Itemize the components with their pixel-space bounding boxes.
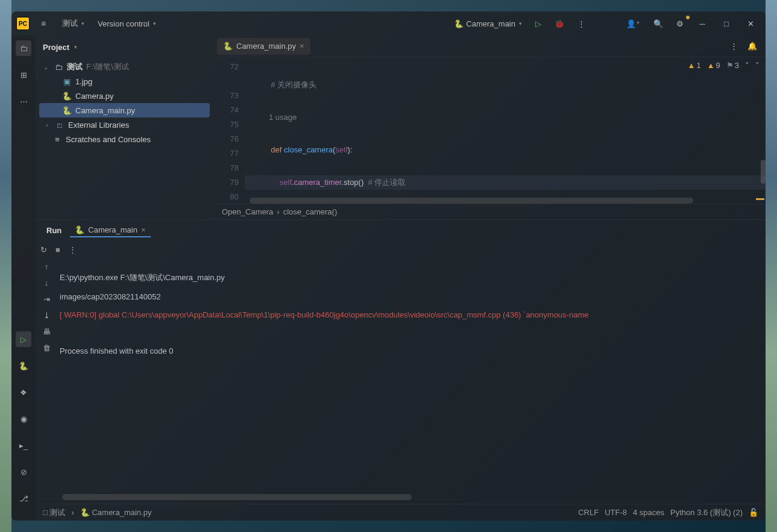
warning-icon: ▲: [707, 61, 715, 70]
titlebar: PC ≡ 测试▾ Version control▾ 🐍Camera_main▾ …: [11, 11, 766, 36]
editor-options-icon[interactable]: ⋮: [725, 39, 743, 53]
problems-tool-icon[interactable]: ⊘: [16, 464, 31, 480]
tree-scratches[interactable]: ≡Scratches and Consoles: [39, 132, 210, 146]
more-actions-button[interactable]: ⋮: [573, 17, 590, 31]
vcs-tool-icon[interactable]: ⎇: [16, 490, 31, 506]
run-button[interactable]: ▷: [530, 17, 546, 31]
python-file-icon: 🐍: [75, 225, 84, 234]
tree-file-image[interactable]: ▣1.jpg: [39, 74, 210, 89]
tree-file-camera-main[interactable]: 🐍Camera_main.py: [39, 103, 210, 117]
stop-button[interactable]: ■: [55, 245, 60, 254]
prev-highlight-icon[interactable]: ˄: [745, 61, 749, 70]
run-side-toolbar: ↑ ↓ ⇥ ⤓ 🖶 🗑: [36, 258, 57, 504]
gutter: 727374757677787980: [213, 57, 245, 204]
run-config-selector[interactable]: 🐍Camera_main▾: [449, 17, 527, 31]
code-editor[interactable]: ▲1 ▲9 ⚑3 ˄ ˅ 727374757677787980 # 关闭摄像头 …: [213, 57, 766, 204]
maximize-button[interactable]: □: [716, 15, 737, 32]
app-logo: PC: [16, 17, 30, 30]
editor-v-scrollbar[interactable]: [761, 160, 766, 184]
project-menu[interactable]: 测试▾: [57, 16, 89, 31]
project-tool-icon[interactable]: 🗀: [16, 40, 31, 56]
desktop-background-left: [0, 0, 11, 532]
tree-root[interactable]: ⌄🗀 测试 F:\随笔\测试: [39, 60, 210, 74]
tree-external-libs[interactable]: ›⏍External Libraries: [39, 117, 210, 132]
tree-file-camera[interactable]: 🐍Camera.py: [39, 89, 210, 103]
settings-button[interactable]: ⚙: [672, 17, 688, 31]
vcs-menu[interactable]: Version control▾: [93, 17, 161, 31]
print-icon[interactable]: 🖶: [43, 327, 51, 336]
notifications-icon[interactable]: 🔔: [743, 39, 762, 53]
python-file-icon: 🐍: [223, 42, 233, 51]
clear-icon[interactable]: 🗑: [43, 343, 51, 352]
down-stack-icon[interactable]: ↓: [45, 278, 49, 287]
status-indent[interactable]: 4 spaces: [633, 508, 664, 517]
close-run-tab-icon[interactable]: ×: [141, 225, 146, 234]
breadcrumb[interactable]: Open_Camera›close_camera(): [213, 204, 766, 219]
project-panel-header[interactable]: Project▾: [36, 36, 213, 58]
close-button[interactable]: ✕: [740, 15, 761, 32]
inspections-widget[interactable]: ▲1 ▲9 ⚑3 ˄ ˅: [688, 61, 760, 70]
status-encoding[interactable]: UTF-8: [605, 508, 627, 517]
packages-tool-icon[interactable]: ❖: [16, 384, 31, 400]
run-more-button[interactable]: ⋮: [69, 245, 77, 254]
soft-wrap-icon[interactable]: ⇥: [43, 295, 50, 304]
weak-warning-icon: ⚑: [726, 61, 734, 70]
main-menu-button[interactable]: ≡: [33, 16, 54, 31]
editor-pane: 🐍 Camera_main.py × ⋮ 🔔 ▲1 ▲9 ⚑3 ˄ ˅ 7273…: [213, 36, 766, 219]
run-h-scrollbar[interactable]: [62, 494, 412, 500]
editor-tab[interactable]: 🐍 Camera_main.py ×: [217, 38, 310, 55]
python-console-icon[interactable]: 🐍: [16, 358, 31, 374]
status-breadcrumb-root[interactable]: □ 测试: [43, 507, 65, 518]
desktop-background-right: [766, 0, 777, 532]
rerun-button[interactable]: ↻: [40, 245, 47, 254]
error-icon: ▲: [688, 61, 696, 70]
structure-tool-icon[interactable]: ⊞: [16, 67, 31, 83]
run-config-tab[interactable]: 🐍 Camera_main ×: [70, 223, 150, 237]
close-tab-icon[interactable]: ×: [300, 42, 304, 51]
run-output[interactable]: E:\py\python.exe F:\随笔\测试\Camera_main.py…: [57, 258, 766, 504]
minimize-button[interactable]: ─: [692, 15, 713, 32]
run-tool-window: Run 🐍 Camera_main × ↻ ■ ⋮ ↑ ↓ ⇥ ⤓ 🖶 🗑 E:…: [36, 219, 766, 504]
more-tools-icon[interactable]: ⋯: [16, 93, 31, 109]
status-breadcrumb-file[interactable]: 🐍 Camera_main.py: [80, 508, 152, 517]
project-tree: ⌄🗀 测试 F:\随笔\测试 ▣1.jpg 🐍Camera.py 🐍Camera…: [36, 58, 213, 219]
status-bar: □ 测试 › 🐍 Camera_main.py CRLF UTF-8 4 spa…: [36, 504, 766, 521]
status-interpreter[interactable]: Python 3.6 (测试) (2): [670, 507, 743, 518]
next-highlight-icon[interactable]: ˅: [755, 61, 760, 70]
search-button[interactable]: 🔍: [649, 17, 668, 31]
collaborate-icon[interactable]: 👤⁺: [621, 17, 645, 31]
debug-button[interactable]: 🐞: [550, 17, 569, 31]
editor-h-scrollbar[interactable]: [250, 198, 693, 204]
status-line-sep[interactable]: CRLF: [578, 508, 599, 517]
run-toolwindow-label[interactable]: Run: [42, 223, 66, 237]
terminal-tool-icon[interactable]: ▸_: [16, 437, 31, 453]
editor-stripe-mark[interactable]: [756, 198, 764, 200]
project-panel: Project▾ ⌄🗀 测试 F:\随笔\测试 ▣1.jpg 🐍Camera.p…: [36, 36, 213, 219]
left-toolbar: 🗀 ⊞ ⋯ ▷ 🐍 ❖ ◉ ▸_ ⊘ ⎇: [11, 36, 36, 521]
services-tool-icon[interactable]: ◉: [16, 411, 31, 427]
scroll-end-icon[interactable]: ⤓: [43, 311, 50, 320]
status-lock-icon[interactable]: 🔓: [749, 508, 758, 517]
run-tool-icon[interactable]: ▷: [16, 331, 31, 347]
up-stack-icon[interactable]: ↑: [45, 262, 49, 271]
ide-window: PC ≡ 测试▾ Version control▾ 🐍Camera_main▾ …: [11, 11, 766, 521]
